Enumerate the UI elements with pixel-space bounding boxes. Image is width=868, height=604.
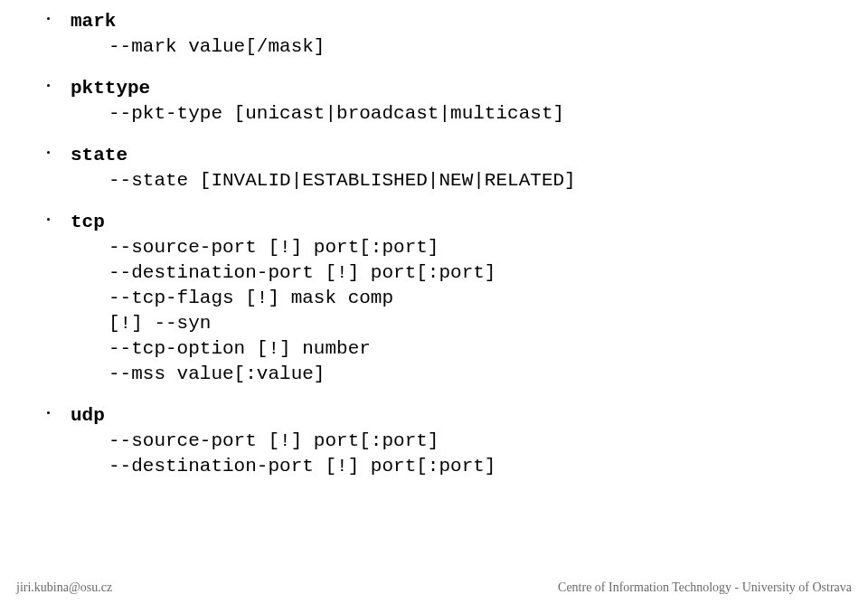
section-title: mark — [71, 9, 832, 34]
section-tcp: tcp --source-port [!] port[:port] --dest… — [36, 210, 832, 387]
section-state: state --state [INVALID|ESTABLISHED|NEW|R… — [36, 143, 832, 193]
section-title: pkttype — [71, 76, 832, 101]
section-title: state — [71, 143, 832, 168]
section-body: --source-port [!] port[:port] --destinat… — [108, 235, 832, 387]
section-pkttype: pkttype --pkt-type [unicast|broadcast|mu… — [36, 76, 832, 127]
section-title: udp — [71, 403, 832, 429]
section-body: --mark value[/mask] — [108, 34, 832, 60]
page-footer: jiri.kubina@osu.cz Centre of Information… — [0, 580, 868, 595]
document-page: mark --mark value[/mask] pkttype --pkt-t… — [0, 0, 868, 604]
section-udp: udp --source-port [!] port[:port] --dest… — [36, 403, 832, 479]
section-title: tcp — [71, 210, 832, 235]
bullet-icon — [47, 411, 50, 414]
section-body: --source-port [!] port[:port] --destinat… — [108, 429, 832, 479]
section-mark: mark --mark value[/mask] — [36, 9, 832, 60]
footer-affiliation: Centre of Information Technology - Unive… — [558, 580, 852, 595]
bullet-icon — [47, 17, 50, 20]
section-body: --pkt-type [unicast|broadcast|multicast] — [108, 101, 832, 127]
bullet-icon — [47, 84, 50, 87]
bullet-icon — [47, 218, 50, 221]
bullet-icon — [47, 151, 50, 154]
footer-email: jiri.kubina@osu.cz — [16, 580, 112, 595]
section-body: --state [INVALID|ESTABLISHED|NEW|RELATED… — [108, 168, 832, 193]
